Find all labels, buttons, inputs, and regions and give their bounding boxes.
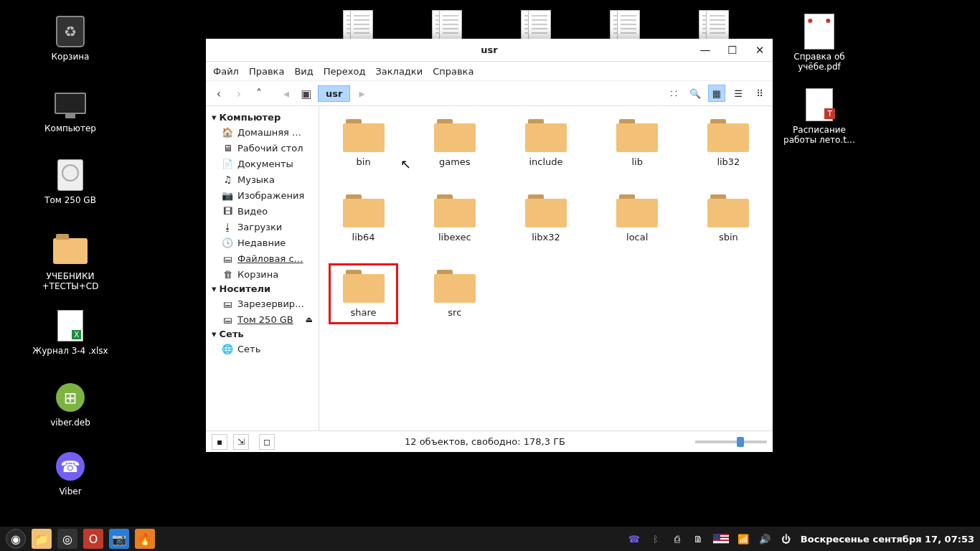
sidebar-item[interactable]: 🏠Домашняя … bbox=[206, 124, 319, 140]
folder-libx32[interactable]: libx32 bbox=[514, 192, 577, 245]
sidebar-item[interactable]: 🖴Файловая с… bbox=[206, 250, 319, 266]
titlebar[interactable]: usr — ☐ ✕ bbox=[206, 39, 773, 62]
desktop-icon-sheet[interactable]: Журнал 3-4 .xlsx bbox=[27, 309, 113, 356]
tray-bluetooth-icon[interactable]: ᛒ bbox=[649, 534, 663, 545]
search-button[interactable]: 🔍 bbox=[687, 85, 704, 102]
taskbar-firefox-button[interactable]: 🔥 bbox=[135, 529, 155, 549]
folder-share[interactable]: share bbox=[332, 267, 395, 321]
folder-label: share bbox=[351, 307, 377, 318]
desktop-icon-folder[interactable]: УЧЕБНИКИ +ТЕСТЫ+CD bbox=[27, 234, 113, 292]
document-thumbnail[interactable] bbox=[439, 10, 462, 40]
sidebar-item[interactable]: 🎞Видео bbox=[206, 203, 319, 219]
close-button[interactable]: ✕ bbox=[751, 42, 768, 59]
taskbar-camera-button[interactable]: ◎ bbox=[57, 529, 77, 549]
folder-libexec[interactable]: libexec bbox=[423, 192, 486, 245]
tray-volume-icon[interactable]: 🔊 bbox=[758, 534, 772, 545]
compact-view-button[interactable]: ⠿ bbox=[751, 85, 768, 102]
desktop-icon-label: Справка об учёбе.pdf bbox=[793, 52, 844, 72]
taskbar-opera-button[interactable]: O bbox=[83, 529, 103, 549]
desktop-icon-label: Расписание работы лето.t… bbox=[783, 125, 855, 146]
menu-файл[interactable]: Файл bbox=[213, 66, 239, 77]
breadcrumb-current[interactable]: usr bbox=[318, 85, 350, 102]
path-next-icon[interactable]: ▸ bbox=[353, 85, 370, 102]
taskbar-screenshot-button[interactable]: 📷 bbox=[109, 529, 129, 549]
document-thumbnail[interactable] bbox=[350, 10, 373, 40]
desktop-icon-trash[interactable]: Корзина bbox=[27, 14, 113, 62]
desktop-icon-pdf[interactable]: Справка об учёбе.pdf bbox=[776, 14, 862, 72]
list-view-button[interactable]: ☰ bbox=[730, 85, 747, 102]
sidebar-group[interactable]: ▾ Компьютер bbox=[206, 110, 319, 124]
tray-power-icon[interactable]: ⏻ bbox=[779, 534, 793, 545]
document-thumbnail[interactable] bbox=[617, 10, 640, 40]
taskbar-files-button[interactable]: 📁 bbox=[32, 529, 52, 549]
taskbar-clock[interactable]: Воскресенье сентября 17, 07:53 bbox=[801, 534, 974, 545]
sidebar-item-icon: ⭳ bbox=[222, 221, 233, 232]
desktop-icon-viber[interactable]: ☎Viber bbox=[27, 449, 113, 496]
sidebar-item-icon: 🌐 bbox=[222, 343, 233, 354]
folder-sbin[interactable]: sbin bbox=[697, 192, 760, 245]
close-pane-button[interactable]: ◻ bbox=[259, 434, 275, 450]
desktop-icon-label: УЧЕБНИКИ +ТЕСТЫ+CD bbox=[42, 271, 99, 292]
folder-lib32[interactable]: lib32 bbox=[697, 116, 760, 170]
toggle-location-button[interactable]: ⸬ bbox=[665, 85, 682, 102]
sidebar-item-label: Зарезервир… bbox=[237, 298, 304, 309]
tray-print-icon[interactable]: ⎙ bbox=[670, 534, 684, 545]
folder-icon bbox=[707, 194, 749, 227]
sidebar-item[interactable]: 🖴Зарезервир… bbox=[206, 296, 319, 311]
sidebar-item-icon: 🏠 bbox=[222, 126, 233, 138]
tray-wifi-icon[interactable]: 📶 bbox=[736, 534, 750, 545]
zoom-slider[interactable] bbox=[695, 441, 767, 443]
keyboard-layout-indicator[interactable] bbox=[713, 534, 729, 544]
back-button[interactable]: ‹ bbox=[210, 85, 227, 102]
sidebar-item[interactable]: ⭳Загрузки bbox=[206, 219, 319, 235]
sidebar-item-icon: 🎞 bbox=[222, 205, 233, 217]
forward-button[interactable]: › bbox=[230, 85, 248, 102]
sidebar-item[interactable]: 📄Документы bbox=[206, 156, 319, 171]
folder-icon bbox=[707, 119, 749, 152]
folder-bin[interactable]: bin bbox=[332, 116, 395, 170]
eject-icon[interactable]: ⏏ bbox=[306, 315, 313, 324]
menu-правка[interactable]: Правка bbox=[249, 66, 284, 77]
tree-pane-button[interactable]: ⇲ bbox=[233, 434, 249, 450]
folder-lib[interactable]: lib bbox=[606, 116, 669, 170]
sidebar-item[interactable]: 📷Изображения bbox=[206, 187, 319, 203]
path-root-icon[interactable]: ▣ bbox=[298, 85, 315, 102]
folder-local[interactable]: local bbox=[606, 192, 669, 245]
start-menu-button[interactable]: ◉ bbox=[6, 529, 26, 549]
maximize-button[interactable]: ☐ bbox=[724, 42, 741, 59]
tray-viber-icon[interactable]: ☎ bbox=[627, 534, 641, 545]
document-thumbnail[interactable] bbox=[706, 10, 729, 40]
sidebar-item[interactable]: 🖥Рабочий стол bbox=[206, 140, 319, 156]
menu-вид[interactable]: Вид bbox=[294, 66, 313, 77]
statusbar: ▪ ⇲ ◻ 12 объектов, свободно: 178,3 ГБ bbox=[206, 430, 773, 452]
desktop-icon-txt[interactable]: Расписание работы лето.t… bbox=[776, 88, 862, 146]
menu-справка[interactable]: Справка bbox=[433, 66, 473, 77]
folder-games[interactable]: games bbox=[423, 116, 486, 170]
path-prev-icon[interactable]: ◂ bbox=[278, 85, 295, 102]
document-thumbnail[interactable] bbox=[528, 10, 551, 40]
up-button[interactable]: ˄ bbox=[250, 85, 268, 102]
desktop-icon-monitor[interactable]: Компьютер bbox=[27, 86, 113, 133]
menu-закладки[interactable]: Закладки bbox=[375, 66, 423, 77]
desktop-icon-disk[interactable]: Том 250 GB bbox=[27, 158, 113, 205]
sidebar-group[interactable]: ▾ Сеть bbox=[206, 327, 319, 341]
desktop-icon-deb[interactable]: ⊞viber.deb bbox=[27, 380, 113, 428]
sidebar-group[interactable]: ▾ Носители bbox=[206, 282, 319, 296]
folder-include[interactable]: include bbox=[514, 116, 577, 170]
folder-lib64[interactable]: lib64 bbox=[332, 192, 395, 245]
icon-view-button[interactable]: ▦ bbox=[708, 85, 725, 102]
sidebar-item[interactable]: 🕓Недавние bbox=[206, 235, 319, 250]
sidebar-item[interactable]: 🖴Том 250 GB⏏ bbox=[206, 311, 319, 327]
sidebar-item[interactable]: ♫Музыка bbox=[206, 171, 319, 187]
txt-icon bbox=[802, 88, 837, 122]
folder-content[interactable]: bingamesincludeliblib32lib64libexeclibx3… bbox=[319, 106, 773, 430]
sidebar-item[interactable]: 🗑Корзина bbox=[206, 266, 319, 282]
menu-переход[interactable]: Переход bbox=[324, 66, 366, 77]
tray-updates-icon[interactable]: 🗎 bbox=[692, 534, 706, 545]
minimize-button[interactable]: — bbox=[697, 42, 714, 59]
folder-label: libx32 bbox=[532, 232, 560, 242]
sidebar-item[interactable]: 🌐Сеть bbox=[206, 341, 319, 357]
sidebar-item-icon: 🖴 bbox=[222, 253, 233, 264]
places-pane-button[interactable]: ▪ bbox=[212, 434, 227, 450]
folder-src[interactable]: src bbox=[423, 267, 486, 321]
